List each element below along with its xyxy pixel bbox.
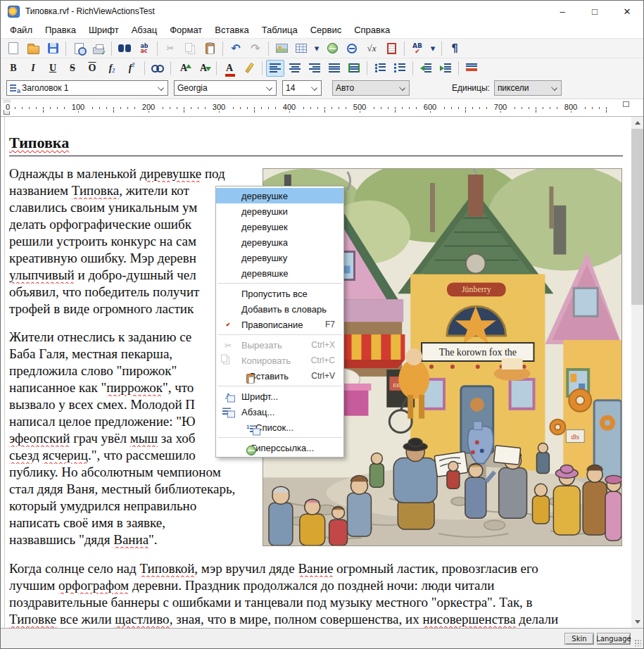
language-button[interactable]: Language	[597, 633, 631, 645]
shrink-font-button[interactable]: A	[194, 60, 213, 77]
paste-item[interactable]: ВставитьCtrl+V	[216, 368, 343, 384]
align-right-button[interactable]	[305, 60, 324, 77]
find-button[interactable]	[115, 40, 134, 57]
indent-button[interactable]	[436, 60, 455, 77]
bullets-button[interactable]	[371, 60, 389, 77]
spellcheck-button[interactable]: AB	[408, 40, 427, 57]
print-preview-button[interactable]	[70, 40, 88, 57]
paste-button[interactable]	[201, 40, 219, 57]
justify-button[interactable]	[325, 60, 343, 77]
paragraph-item[interactable]: Абзац...	[216, 404, 343, 420]
add-to-dictionary-item[interactable]: Добавить в словарь	[216, 301, 343, 317]
underline-button[interactable]: U	[44, 60, 62, 77]
menubar-item-7[interactable]: Сервис	[304, 23, 348, 37]
formatting-marks-button[interactable]: ¶	[446, 40, 464, 57]
skip-all-item[interactable]: Пропустить все	[216, 286, 343, 301]
menubar-item-6[interactable]: Таблица	[255, 23, 304, 37]
style-combo[interactable]: Заголовок 1	[6, 80, 168, 96]
scroll-up-arrow[interactable]	[631, 117, 643, 129]
replace-button[interactable]: ab	[135, 40, 153, 57]
hyperlink-button[interactable]	[323, 40, 341, 57]
undo-button[interactable]: ↶	[227, 40, 245, 57]
menubar-item-0[interactable]: Файл	[4, 23, 39, 37]
insert-document-button[interactable]	[382, 40, 400, 57]
menubar-item-4[interactable]: Формат	[163, 23, 208, 37]
menu-item-label: деревяшке	[241, 268, 289, 279]
copy-button[interactable]	[181, 40, 199, 57]
vertical-scrollbar[interactable]	[631, 117, 643, 628]
insert-picture-button[interactable]	[272, 40, 291, 57]
menu-item-label: деревушка	[241, 237, 288, 248]
numbering-button[interactable]	[391, 60, 409, 77]
outdent-button[interactable]	[417, 60, 435, 77]
numbering-icon	[394, 63, 405, 73]
menu-item-label: Копировать	[241, 355, 291, 366]
menubar-item-5[interactable]: Вставка	[208, 23, 255, 37]
toolbar-separator	[367, 61, 367, 75]
overline-button[interactable]: O	[83, 60, 101, 77]
chevron-down-icon	[399, 84, 405, 91]
italic-icon: I	[31, 63, 34, 74]
suggestion-derevyashke[interactable]: деревяшке	[216, 265, 343, 281]
close-button[interactable]: ✕	[611, 1, 643, 22]
menubar-item-3[interactable]: Абзац	[125, 23, 163, 37]
font-color-button[interactable]: A	[220, 60, 239, 77]
fit-width-button[interactable]	[345, 60, 363, 77]
align-left-button[interactable]	[266, 60, 284, 77]
suggestion-derevushku[interactable]: деревушку	[216, 250, 343, 265]
open-button[interactable]	[24, 40, 42, 57]
app-icon	[8, 6, 20, 18]
new-document-button[interactable]	[4, 40, 23, 57]
menubar-item-1[interactable]: Правка	[39, 23, 82, 37]
copy-item[interactable]: КопироватьCtrl+C	[216, 353, 343, 368]
hyperlink-item[interactable]: Гиперссылка...	[216, 440, 343, 455]
save-button[interactable]	[44, 40, 62, 57]
horizontal-ruler[interactable]: 0100200300400500600700800	[1, 99, 643, 117]
units-combo[interactable]: пиксели	[494, 80, 562, 96]
insert-table-button[interactable]	[292, 40, 310, 57]
scrollbar-thumb[interactable]	[631, 129, 643, 305]
insert-equation-button[interactable]: √x	[362, 40, 381, 57]
suggestion-derevushke[interactable]: деревушке	[216, 188, 343, 203]
font-combo[interactable]: Georgia	[174, 80, 277, 96]
minimize-button[interactable]: –	[546, 1, 579, 22]
heading-word: Типовка	[9, 134, 69, 151]
spellcheck-dropdown[interactable]: ▾	[428, 40, 438, 57]
scroll-down-arrow[interactable]	[631, 616, 643, 628]
menu-separator	[217, 334, 342, 335]
font-size-combo[interactable]: 14	[282, 80, 322, 96]
maximize-button[interactable]: □	[579, 1, 611, 22]
bold-button[interactable]: B	[4, 60, 23, 77]
highlight-button[interactable]	[240, 60, 258, 77]
suggestion-derevushka[interactable]: деревушка	[216, 234, 343, 250]
zoom-combo[interactable]: Авто	[332, 80, 410, 96]
insert-break-button[interactable]	[343, 40, 361, 57]
skin-button[interactable]: Skin	[564, 633, 594, 645]
print-button[interactable]	[89, 40, 108, 57]
superscript-button[interactable]: f	[122, 60, 141, 77]
paragraph-color-button[interactable]	[462, 60, 481, 77]
suggestion-derevushki[interactable]: деревушки	[216, 203, 343, 219]
menu-item-label: Абзац...	[241, 407, 274, 417]
hyperlink-icon	[327, 43, 338, 53]
strikethrough-button[interactable]: S	[63, 60, 82, 77]
italic-button[interactable]: I	[24, 60, 42, 77]
subscript-button[interactable]: f	[103, 60, 121, 77]
menubar-item-2[interactable]: Шрифт	[82, 23, 125, 37]
cut-item[interactable]: ✂ВырезатьCtrl+X	[216, 337, 343, 353]
find-icon	[118, 44, 131, 53]
character-spacing-button[interactable]	[149, 60, 167, 77]
resize-grip[interactable]	[634, 639, 641, 646]
align-center-button[interactable]	[286, 60, 304, 77]
new-document-icon	[8, 42, 18, 54]
cut-button[interactable]: ✂	[161, 40, 179, 57]
font-item[interactable]: AШрифт...	[216, 389, 343, 404]
spelling-item[interactable]: ПравописаниеF7	[216, 317, 343, 332]
suggestion-derevushek[interactable]: деревушек	[216, 219, 343, 234]
right-indent-marker[interactable]	[623, 101, 629, 107]
grow-font-button[interactable]: A	[175, 60, 193, 77]
insert-table-dropdown[interactable]: ▾	[312, 40, 322, 57]
list-item[interactable]: Список...	[216, 420, 343, 435]
menubar-item-8[interactable]: Справка	[348, 23, 396, 37]
redo-button[interactable]: ↷	[246, 40, 265, 57]
